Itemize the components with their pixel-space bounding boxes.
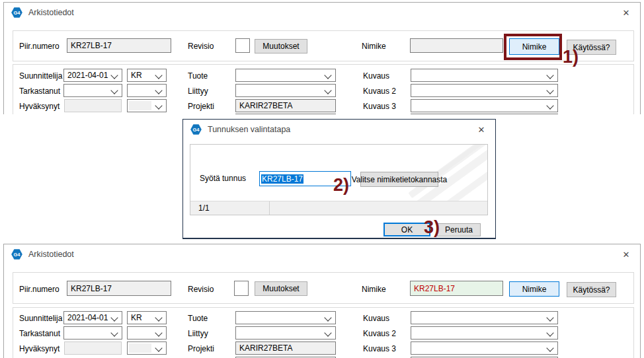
suunnittelija-label: Suunnittelija — [19, 312, 62, 325]
chevron-down-icon — [155, 314, 162, 321]
chevron-down-icon — [546, 314, 553, 321]
piir-numero-label: Piir.numero — [19, 283, 60, 296]
hyvaksynyt-label: Hyväksynyt — [19, 100, 60, 113]
nimike-label: Nimike — [362, 40, 386, 53]
suunnittelija-initials-combo[interactable]: KR — [127, 69, 167, 82]
tuote-label: Tuote — [188, 69, 208, 83]
liittyy-combo[interactable] — [235, 84, 336, 97]
tarkastanut-initials-combo[interactable] — [127, 326, 167, 340]
cut-field-sliver — [235, 114, 336, 114]
window-title: Arkistotiedot — [28, 8, 74, 17]
chevron-down-icon — [110, 87, 118, 94]
chevron-down-icon — [546, 329, 553, 336]
window-arkistotiedot-bottom: G4 Arkistotiedot ✕ Piir.numero KR27LB-17… — [3, 244, 641, 358]
liittyy-combo[interactable] — [235, 326, 336, 340]
liittyy-label: Liittyy — [188, 327, 208, 340]
tarkastanut-combo[interactable] — [63, 326, 122, 340]
chevron-down-icon — [110, 314, 118, 321]
hyvaksynyt-label: Hyväksynyt — [19, 342, 60, 355]
kuvaus3-combo[interactable] — [411, 99, 558, 112]
piir-numero-label: Piir.numero — [19, 40, 60, 53]
kuvaus2-label: Kuvaus 2 — [363, 85, 396, 98]
tarkastanut-combo[interactable] — [63, 84, 122, 97]
window-title: Arkistotiedot — [28, 250, 74, 259]
tarkastanut-label: Tarkastanut — [19, 85, 60, 98]
kuvaus-combo[interactable] — [411, 311, 558, 324]
tuote-label: Tuote — [188, 312, 208, 325]
suunnittelija-date-value: 2021-04-01 — [67, 71, 108, 80]
kuvaus-combo[interactable] — [411, 69, 558, 82]
kuvaus3-label: Kuvaus 3 — [363, 100, 396, 113]
step1-highlight-rect — [504, 34, 562, 60]
close-icon[interactable]: ✕ — [621, 249, 631, 260]
chevron-down-icon — [155, 102, 162, 109]
chevron-down-icon — [110, 71, 118, 79]
suunnittelija-initials-combo[interactable]: KR — [127, 311, 167, 324]
chevron-down-icon — [546, 344, 553, 351]
peruuta-button[interactable]: Peruuta — [437, 223, 481, 236]
hyvaksynyt-field[interactable] — [64, 341, 122, 355]
titlebar[interactable]: G4 Arkistotiedot — [4, 244, 640, 264]
chevron-down-icon — [546, 102, 553, 109]
liittyy-label: Liittyy — [188, 85, 208, 98]
selected-text: KR27LB-17 — [261, 174, 303, 184]
muutokset-button[interactable]: Muutokset — [255, 281, 307, 296]
tarkastanut-initials-combo[interactable] — [127, 84, 167, 97]
window-arkistotiedot-top: G4 Arkistotiedot ✕ Piir.numero KR27LB-17… — [3, 2, 641, 114]
status-divider — [269, 201, 270, 215]
chevron-down-icon — [155, 344, 162, 351]
step1-annotation: 1) — [563, 48, 579, 66]
kaytossa-button[interactable]: Käytössä? — [567, 282, 616, 297]
close-icon[interactable]: ✕ — [621, 7, 631, 18]
chevron-down-icon — [155, 329, 162, 336]
close-icon[interactable]: ✕ — [476, 124, 487, 135]
valitse-nimiketietokannasta-button[interactable]: Valitse nimiketietokannasta — [360, 172, 438, 187]
status-count: 1/1 — [198, 201, 210, 215]
chevron-down-icon — [324, 87, 331, 94]
tuote-combo[interactable] — [235, 311, 336, 324]
projekti-label: Projekti — [188, 342, 214, 355]
kuvaus3-combo[interactable] — [411, 341, 558, 355]
hyvaksynyt-field[interactable] — [64, 99, 122, 112]
titlebar[interactable]: G4 Tunnuksen valintatapa — [183, 120, 495, 139]
revisio-label: Revisio — [188, 283, 214, 296]
projekti-label: Projekti — [188, 100, 214, 113]
suunnittelija-date-combo[interactable]: 2021-04-01 — [63, 69, 122, 82]
suunnittelija-label: Suunnittelija — [19, 69, 62, 83]
nimike-field[interactable] — [410, 38, 503, 53]
hyvaksynyt-initials-combo[interactable] — [127, 99, 167, 112]
revisio-field[interactable] — [235, 38, 250, 53]
piir-numero-field[interactable]: KR27LB-17 — [67, 281, 171, 296]
nimike-field[interactable]: KR27LB-17 — [410, 281, 503, 296]
muutokset-button[interactable]: Muutokset — [255, 39, 307, 54]
kuvaus2-label: Kuvaus 2 — [363, 327, 396, 340]
chevron-down-icon — [546, 87, 553, 94]
cut-combo-sliver — [411, 114, 558, 114]
chevron-down-icon — [324, 71, 331, 79]
kuvaus2-combo[interactable] — [411, 326, 558, 340]
window-title: Tunnuksen valintatapa — [208, 125, 290, 134]
g4-app-icon: G4 — [190, 124, 202, 135]
kuvaus3-label: Kuvaus 3 — [363, 342, 396, 355]
tuote-combo[interactable] — [235, 69, 336, 82]
chevron-down-icon — [155, 87, 162, 94]
nimike-button[interactable]: Nimike — [509, 281, 559, 297]
revisio-field[interactable] — [234, 281, 249, 296]
nimike-label: Nimike — [362, 283, 386, 296]
suunnittelija-date-combo[interactable]: 2021-04-01 — [63, 311, 122, 324]
hyvaksynyt-initials-combo[interactable] — [127, 341, 167, 355]
status-bar: 1/1 — [190, 201, 487, 215]
syota-tunnus-label: Syötä tunnus — [200, 172, 246, 185]
g4-app-icon: G4 — [11, 249, 22, 260]
piir-numero-field[interactable]: KR27LB-17 — [67, 38, 171, 53]
projekti-field[interactable]: KARIR27BETA — [235, 99, 336, 112]
titlebar[interactable]: G4 Arkistotiedot — [4, 3, 640, 22]
revisio-label: Revisio — [188, 40, 214, 53]
suunnittelija-date-value: 2021-04-01 — [67, 313, 108, 322]
projekti-field[interactable]: KARIR27BETA — [235, 341, 336, 355]
chevron-down-icon — [324, 329, 331, 336]
disabled-fill — [129, 343, 151, 353]
chevron-down-icon — [110, 329, 118, 336]
kuvaus-label: Kuvaus — [363, 69, 389, 83]
kuvaus2-combo[interactable] — [411, 84, 558, 97]
